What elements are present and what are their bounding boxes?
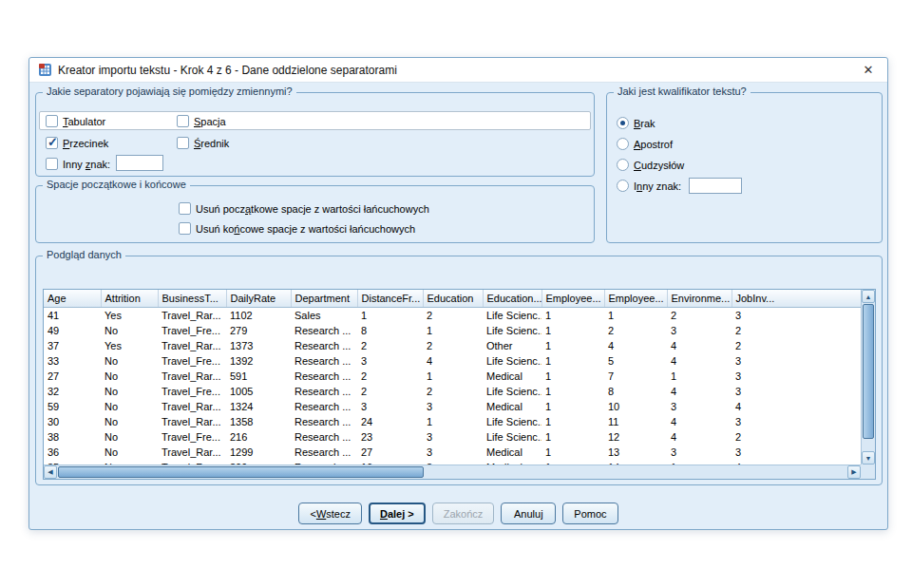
table-cell: No — [101, 414, 158, 429]
column-header: Attrition — [101, 290, 158, 307]
checkbox-srednik[interactable]: Średnik — [177, 136, 229, 150]
text-import-wizard-dialog: Kreator importu tekstu - Krok 4 z 6 - Da… — [28, 57, 888, 530]
radio-circle — [617, 180, 629, 192]
table-cell: No — [101, 384, 158, 399]
pomoc-button[interactable]: Pomoc — [562, 503, 618, 524]
radio-circle — [617, 138, 629, 150]
checkbox-remove-trailing-spaces[interactable]: Usuń końcowe spacje z wartości łańcuchow… — [179, 221, 415, 236]
table-cell: 1 — [604, 307, 667, 323]
table-cell: No — [101, 353, 158, 369]
separator-row-highlight — [39, 111, 591, 130]
table-cell: 30 — [44, 414, 101, 429]
table-cell: Travel_Fre... — [158, 353, 226, 369]
radio-circle — [617, 159, 629, 171]
table-row: 38NoTravel_Fre...216Research ...233Life … — [44, 429, 861, 445]
table-cell: Life Scienc... — [483, 414, 542, 429]
qualifier-group: Jaki jest kwalifikator tekstu? Brak Apos… — [606, 92, 883, 243]
table-cell: 2 — [732, 429, 861, 445]
table-cell: 2 — [423, 384, 483, 399]
radio-apostrof[interactable]: Apostrof — [617, 137, 673, 151]
table-cell: 41 — [44, 307, 101, 323]
table-cell: 1005 — [226, 384, 291, 399]
table-cell: 4 — [423, 353, 483, 369]
checkbox-box — [46, 137, 58, 149]
table-cell: 1 — [423, 414, 483, 429]
checkbox-spacja[interactable]: Spacja — [177, 114, 226, 128]
table-cell: 2 — [423, 307, 483, 323]
radio-cudzyslow[interactable]: Cudzysłów — [617, 158, 684, 172]
table-cell: 23 — [357, 429, 423, 445]
title-bar[interactable]: Kreator importu tekstu - Krok 4 z 6 - Da… — [29, 58, 887, 83]
anuluj-button[interactable]: Anuluj — [501, 503, 556, 524]
table-cell: 1358 — [226, 414, 291, 429]
column-header: Department — [291, 290, 357, 307]
table-cell: 1 — [667, 369, 732, 384]
table-cell: 3 — [357, 399, 423, 414]
table-row: 32NoTravel_Fre...1005Research ...22Life … — [44, 384, 861, 399]
table-cell: 4 — [667, 429, 732, 445]
vertical-scrollbar[interactable]: ▲ ▼ — [861, 290, 875, 465]
table-cell: Research ... — [291, 384, 357, 399]
table-cell: 10 — [604, 399, 667, 414]
table-cell: 11 — [604, 414, 667, 429]
data-preview-group: Podgląd danych AgeAttritionBusinessT...D… — [35, 256, 883, 485]
vertical-scrollbar-thumb[interactable] — [863, 304, 874, 439]
table-cell: 37 — [44, 338, 101, 353]
dalej-button[interactable]: Dalej > — [369, 503, 426, 524]
qualifier-other-input[interactable] — [689, 178, 742, 194]
scroll-right-icon[interactable]: ▶ — [847, 465, 861, 479]
horizontal-scrollbar[interactable]: ◀ ▶ — [44, 465, 861, 479]
table-cell: 2 — [357, 338, 423, 353]
table-cell: 3 — [423, 445, 483, 460]
checkbox-remove-leading-spaces[interactable]: Usuń początkowe spacje z wartości łańcuc… — [179, 201, 429, 216]
table-cell: 1 — [542, 369, 604, 384]
table-cell: 3 — [423, 429, 483, 445]
table-cell: Research ... — [291, 323, 357, 338]
table-cell: 49 — [44, 323, 101, 338]
radio-label: Cudzysłów — [634, 160, 684, 171]
table-cell: Travel_Fre... — [158, 323, 226, 338]
zakoncz-button: Zakończ — [432, 503, 495, 524]
table-cell: 24 — [357, 414, 423, 429]
table-cell: No — [101, 323, 158, 338]
table-cell: No — [101, 369, 158, 384]
table-cell: 1 — [542, 353, 604, 369]
scroll-left-icon[interactable]: ◀ — [44, 465, 57, 479]
table-row: 37YesTravel_Rar...1373Research ...22Othe… — [44, 338, 861, 353]
table-cell: No — [101, 399, 158, 414]
checkbox-inny-znak[interactable]: Inny znak: — [46, 157, 110, 171]
app-icon — [38, 63, 52, 77]
table-cell: Medical — [483, 369, 542, 384]
table-cell: 1392 — [226, 353, 291, 369]
column-header: Education... — [483, 290, 542, 307]
table-cell: 4 — [667, 384, 732, 399]
radio-inny-znak[interactable]: Inny znak: — [617, 179, 681, 193]
checkbox-przecinek[interactable]: Przecinek — [46, 136, 108, 150]
separator-other-input[interactable] — [116, 155, 163, 171]
scroll-down-icon[interactable]: ▼ — [862, 451, 875, 465]
table-row: 30NoTravel_Rar...1358Research ...241Life… — [44, 414, 861, 429]
table-cell: 1299 — [226, 445, 291, 460]
table-cell: 1 — [357, 307, 423, 323]
table-cell: Travel_Rar... — [158, 307, 226, 323]
radio-brak[interactable]: Brak — [617, 116, 656, 130]
radio-label: Inny znak: — [634, 180, 681, 192]
table-cell: 591 — [226, 369, 291, 384]
checkbox-label: Spacja — [194, 116, 226, 127]
checkbox-label: Przecinek — [63, 138, 108, 149]
wstecz-button[interactable]: < Wstecz — [298, 503, 362, 524]
column-header: BusinessT... — [158, 290, 226, 307]
table-cell: 27 — [44, 369, 101, 384]
table-cell: Research ... — [291, 338, 357, 353]
table-cell: 1 — [542, 338, 604, 353]
horizontal-scrollbar-thumb[interactable] — [58, 466, 424, 478]
table-cell: Medical — [483, 445, 542, 460]
close-icon[interactable]: ✕ — [858, 61, 879, 80]
table-cell: Research ... — [291, 353, 357, 369]
checkbox-box — [179, 222, 191, 235]
table-cell: 2 — [423, 338, 483, 353]
table-cell: Life Scienc... — [483, 307, 542, 323]
checkbox-label: Usuń końcowe spacje z wartości łańcuchow… — [196, 223, 415, 235]
checkbox-tabulator[interactable]: Tabulator — [46, 114, 105, 128]
scroll-up-icon[interactable]: ▲ — [862, 290, 875, 303]
